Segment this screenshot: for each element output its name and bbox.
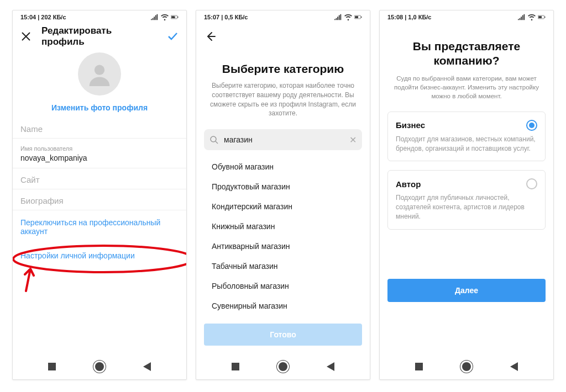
nav-home-icon[interactable] <box>462 362 471 371</box>
avatar-placeholder[interactable] <box>78 52 121 96</box>
category-subtext: Выберите категорию, которая наиболее точ… <box>208 81 358 118</box>
nav-recent-icon[interactable] <box>415 363 423 370</box>
confirm-icon[interactable] <box>166 30 179 43</box>
search-value: магазин <box>224 135 344 144</box>
category-item[interactable]: Книжный магазин <box>196 216 370 236</box>
category-item[interactable]: Кондитерский магазин <box>196 197 370 216</box>
android-nav-bar <box>380 354 553 379</box>
signal-icon <box>151 14 159 20</box>
status-time: 15:08 | 1,0 КБ/с <box>387 14 431 20</box>
option-business-desc: Подходит для магазинов, местных компаний… <box>396 135 537 153</box>
wifi-icon <box>344 14 352 20</box>
status-time: 15:04 | 202 КБ/с <box>20 14 66 20</box>
site-placeholder: Сайт <box>20 175 179 184</box>
screen-company-confirm: 15:08 | 1,0 КБ/с Вы представляете компан… <box>379 10 554 380</box>
bio-field[interactable]: Биография <box>13 189 186 210</box>
screen-choose-category: 15:07 | 0,5 КБ/с Выберите категорию Выбе… <box>196 10 370 380</box>
back-arrow-icon[interactable] <box>204 30 216 43</box>
battery-icon: 57 <box>171 14 179 20</box>
android-nav-bar <box>13 354 186 379</box>
username-field[interactable]: Имя пользователя novaya_kompaniya <box>13 139 186 168</box>
header-title: Редактировать профиль <box>41 25 156 47</box>
category-item[interactable]: Антикварный магазин <box>196 236 370 256</box>
company-heading: Вы представляете компанию? <box>391 39 542 68</box>
name-placeholder: Name <box>20 124 179 134</box>
search-icon <box>209 135 218 144</box>
nav-back-icon[interactable] <box>510 362 518 371</box>
avatar-section: Изменить фото профиля <box>13 49 186 118</box>
username-label: Имя пользователя <box>20 145 179 152</box>
status-bar: 15:08 | 1,0 КБ/с <box>380 10 553 24</box>
option-business-title: Бизнес <box>396 120 425 130</box>
status-icons <box>334 14 362 20</box>
battery-icon <box>354 14 362 20</box>
status-bar: 15:07 | 0,5 КБ/с <box>196 10 370 24</box>
wifi-icon <box>528 14 536 20</box>
username-value: novaya_kompaniya <box>20 153 179 163</box>
svg-rect-11 <box>538 16 542 18</box>
radio-unselected-icon[interactable] <box>526 178 537 189</box>
privacy-settings-link[interactable]: Настройки личной информации <box>13 243 186 268</box>
svg-point-9 <box>211 136 216 142</box>
signal-icon <box>334 14 342 20</box>
name-field[interactable]: Name <box>13 118 186 139</box>
svg-text:57: 57 <box>173 16 176 19</box>
svg-rect-8 <box>361 17 361 18</box>
category-heading: Выберите категорию <box>208 62 358 76</box>
clear-icon[interactable]: ✕ <box>349 135 357 145</box>
svg-rect-12 <box>544 17 545 18</box>
screen-edit-profile: 15:04 | 202 КБ/с 57 Редактировать профил… <box>12 10 187 380</box>
option-author[interactable]: Автор Подходит для публичных личностей, … <box>387 170 546 229</box>
done-button[interactable]: Готово <box>204 324 362 346</box>
next-button[interactable]: Далее <box>387 279 546 302</box>
nav-home-icon[interactable] <box>279 362 287 371</box>
app-header: Редактировать профиль <box>13 24 186 49</box>
nav-recent-icon[interactable] <box>232 363 239 370</box>
category-item[interactable]: Табачный магазин <box>196 256 370 276</box>
nav-recent-icon[interactable] <box>48 363 56 370</box>
nav-back-icon[interactable] <box>327 362 334 371</box>
company-heading-block: Вы представляете компанию? Судя по выбра… <box>380 24 553 107</box>
category-item[interactable]: Рыболовный магазин <box>196 276 370 296</box>
category-item[interactable]: Сувенирный магазин <box>196 296 370 316</box>
status-icons: 57 <box>151 14 179 20</box>
category-item[interactable]: Обувной магазин <box>196 157 370 177</box>
wifi-icon <box>161 14 169 20</box>
change-photo-link[interactable]: Изменить фото профиля <box>51 103 148 112</box>
option-business[interactable]: Бизнес Подходит для магазинов, местных к… <box>387 112 546 162</box>
category-item[interactable]: Продуктовый магазин <box>196 177 370 197</box>
option-author-desc: Подходит для публичных личностей, создат… <box>396 193 537 221</box>
category-heading-block: Выберите категорию Выберите категорию, к… <box>196 49 370 124</box>
status-bar: 15:04 | 202 КБ/с 57 <box>13 10 186 24</box>
app-header <box>196 24 370 49</box>
switch-professional-link[interactable]: Переключиться на профессиональный аккаун… <box>13 210 186 243</box>
svg-rect-7 <box>355 16 358 18</box>
close-icon[interactable] <box>20 31 32 42</box>
battery-icon <box>538 14 546 20</box>
status-time: 15:07 | 0,5 КБ/с <box>204 14 248 20</box>
category-search[interactable]: магазин ✕ <box>204 129 362 150</box>
svg-point-4 <box>95 65 104 75</box>
signal-icon <box>518 14 526 20</box>
svg-rect-2 <box>177 17 178 18</box>
radio-selected-icon[interactable] <box>526 120 537 131</box>
site-field[interactable]: Сайт <box>13 168 186 189</box>
category-list: Обувной магазин Продуктовый магазин Конд… <box>196 153 370 319</box>
person-icon <box>87 62 112 86</box>
company-subtext: Судя по выбранной вами категории, вам мо… <box>391 74 542 100</box>
bio-placeholder: Биография <box>20 196 179 205</box>
nav-back-icon[interactable] <box>143 362 151 371</box>
option-author-title: Автор <box>396 179 421 189</box>
nav-home-icon[interactable] <box>95 362 104 371</box>
android-nav-bar <box>196 354 370 379</box>
status-icons <box>518 14 546 20</box>
